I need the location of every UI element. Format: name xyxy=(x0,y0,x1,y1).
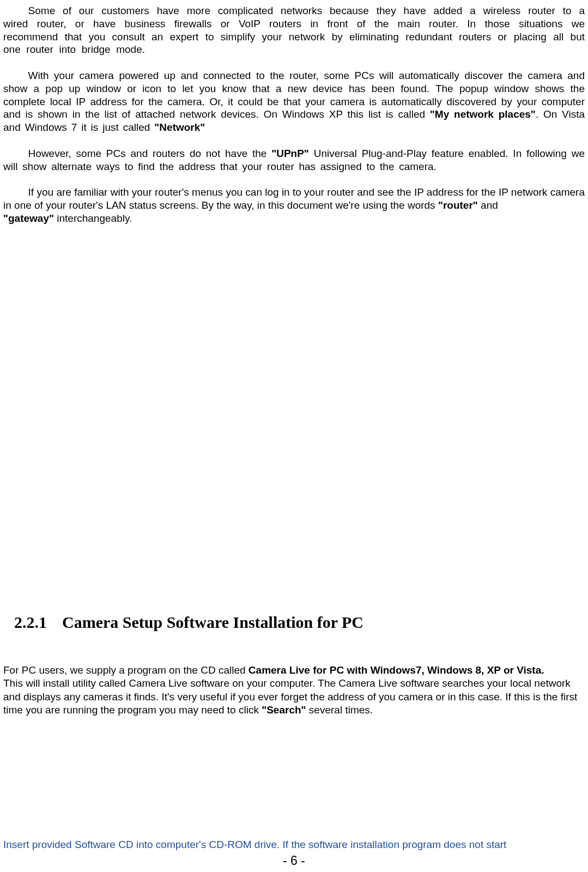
bold-text-upnp: "UPnP" xyxy=(271,148,309,159)
paragraph-2: With your camera powered up and connecte… xyxy=(3,69,585,134)
para-text: several times. xyxy=(306,704,373,716)
section-title: Camera Setup Software Installation for P… xyxy=(62,613,363,631)
page-body: Some of our customers have more complica… xyxy=(3,0,585,717)
para-text: However, some PCs and routers do not hav… xyxy=(28,148,272,159)
bold-text-router: "router" xyxy=(438,199,478,211)
section-number: 2.2.1 xyxy=(14,612,47,633)
paragraph-1: Some of our customers have more complica… xyxy=(3,4,585,56)
bold-text-gateway: "gateway" xyxy=(3,213,54,224)
page-number: - 6 - xyxy=(0,853,588,869)
paragraph-5: For PC users, we supply a program on the… xyxy=(3,664,585,717)
paragraph-3: However, some PCs and routers do not hav… xyxy=(3,147,585,173)
para-text: and xyxy=(478,199,498,211)
para-text: interchangeably. xyxy=(54,213,132,224)
bold-text-search: "Search" xyxy=(262,704,306,716)
para-text: Some of our customers have more complica… xyxy=(3,5,585,55)
bold-text-camera-live: Camera Live for PC with Windows7, Window… xyxy=(248,664,544,676)
para-text: For PC users, we supply a program on the… xyxy=(3,664,248,676)
paragraph-4: If you are familiar with your router's m… xyxy=(3,186,585,225)
bold-text-my-network-places: "My network places" xyxy=(430,108,536,120)
footer-instruction: Insert provided Software CD into compute… xyxy=(3,838,585,851)
bold-text-network: "Network" xyxy=(154,122,205,133)
section-heading: 2.2.1Camera Setup Software Installation … xyxy=(3,612,585,633)
